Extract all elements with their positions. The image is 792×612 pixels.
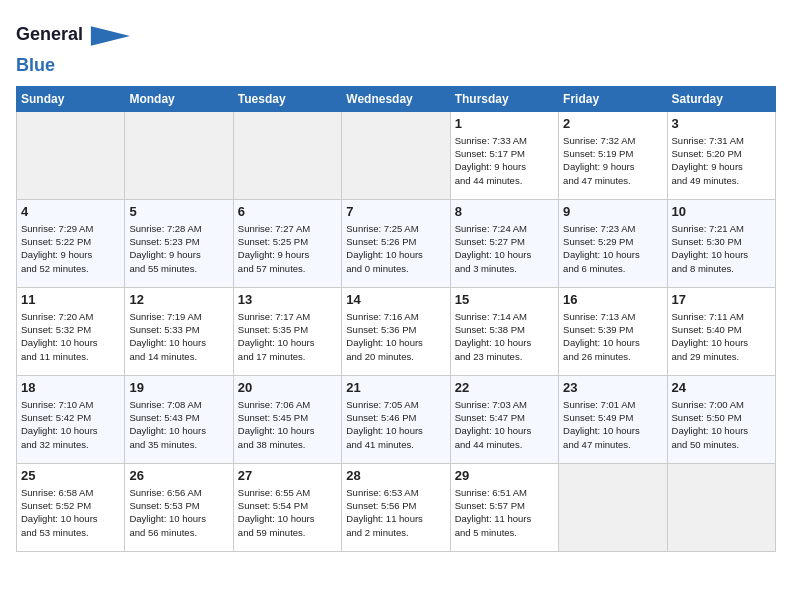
day-number: 29 bbox=[455, 468, 554, 483]
day-number: 5 bbox=[129, 204, 228, 219]
day-number: 9 bbox=[563, 204, 662, 219]
calendar-cell: 22Sunrise: 7:03 AM Sunset: 5:47 PM Dayli… bbox=[450, 375, 558, 463]
calendar-cell: 8Sunrise: 7:24 AM Sunset: 5:27 PM Daylig… bbox=[450, 199, 558, 287]
day-number: 6 bbox=[238, 204, 337, 219]
day-info: Sunrise: 7:10 AM Sunset: 5:42 PM Dayligh… bbox=[21, 398, 120, 451]
calendar-cell: 12Sunrise: 7:19 AM Sunset: 5:33 PM Dayli… bbox=[125, 287, 233, 375]
day-number: 23 bbox=[563, 380, 662, 395]
col-header-saturday: Saturday bbox=[667, 86, 775, 111]
day-info: Sunrise: 7:06 AM Sunset: 5:45 PM Dayligh… bbox=[238, 398, 337, 451]
page-header: GeneralBlue bbox=[16, 16, 776, 76]
day-info: Sunrise: 7:20 AM Sunset: 5:32 PM Dayligh… bbox=[21, 310, 120, 363]
day-number: 18 bbox=[21, 380, 120, 395]
calendar-cell: 20Sunrise: 7:06 AM Sunset: 5:45 PM Dayli… bbox=[233, 375, 341, 463]
calendar-cell: 3Sunrise: 7:31 AM Sunset: 5:20 PM Daylig… bbox=[667, 111, 775, 199]
day-number: 27 bbox=[238, 468, 337, 483]
calendar-cell bbox=[667, 463, 775, 551]
day-number: 17 bbox=[672, 292, 771, 307]
calendar-cell: 4Sunrise: 7:29 AM Sunset: 5:22 PM Daylig… bbox=[17, 199, 125, 287]
day-number: 21 bbox=[346, 380, 445, 395]
calendar-cell: 17Sunrise: 7:11 AM Sunset: 5:40 PM Dayli… bbox=[667, 287, 775, 375]
calendar-cell: 21Sunrise: 7:05 AM Sunset: 5:46 PM Dayli… bbox=[342, 375, 450, 463]
day-number: 25 bbox=[21, 468, 120, 483]
calendar-cell: 7Sunrise: 7:25 AM Sunset: 5:26 PM Daylig… bbox=[342, 199, 450, 287]
day-info: Sunrise: 7:21 AM Sunset: 5:30 PM Dayligh… bbox=[672, 222, 771, 275]
day-info: Sunrise: 6:56 AM Sunset: 5:53 PM Dayligh… bbox=[129, 486, 228, 539]
day-info: Sunrise: 7:00 AM Sunset: 5:50 PM Dayligh… bbox=[672, 398, 771, 451]
day-info: Sunrise: 7:32 AM Sunset: 5:19 PM Dayligh… bbox=[563, 134, 662, 187]
calendar-cell: 18Sunrise: 7:10 AM Sunset: 5:42 PM Dayli… bbox=[17, 375, 125, 463]
day-number: 14 bbox=[346, 292, 445, 307]
day-number: 26 bbox=[129, 468, 228, 483]
day-info: Sunrise: 6:51 AM Sunset: 5:57 PM Dayligh… bbox=[455, 486, 554, 539]
calendar-cell bbox=[17, 111, 125, 199]
day-info: Sunrise: 6:53 AM Sunset: 5:56 PM Dayligh… bbox=[346, 486, 445, 539]
col-header-thursday: Thursday bbox=[450, 86, 558, 111]
day-number: 3 bbox=[672, 116, 771, 131]
calendar-cell: 27Sunrise: 6:55 AM Sunset: 5:54 PM Dayli… bbox=[233, 463, 341, 551]
calendar-cell: 6Sunrise: 7:27 AM Sunset: 5:25 PM Daylig… bbox=[233, 199, 341, 287]
day-info: Sunrise: 7:11 AM Sunset: 5:40 PM Dayligh… bbox=[672, 310, 771, 363]
col-header-tuesday: Tuesday bbox=[233, 86, 341, 111]
week-row-2: 4Sunrise: 7:29 AM Sunset: 5:22 PM Daylig… bbox=[17, 199, 776, 287]
calendar-cell: 26Sunrise: 6:56 AM Sunset: 5:53 PM Dayli… bbox=[125, 463, 233, 551]
calendar-cell: 13Sunrise: 7:17 AM Sunset: 5:35 PM Dayli… bbox=[233, 287, 341, 375]
calendar-cell bbox=[233, 111, 341, 199]
week-row-1: 1Sunrise: 7:33 AM Sunset: 5:17 PM Daylig… bbox=[17, 111, 776, 199]
day-number: 2 bbox=[563, 116, 662, 131]
calendar-cell bbox=[125, 111, 233, 199]
col-header-sunday: Sunday bbox=[17, 86, 125, 111]
calendar-cell: 28Sunrise: 6:53 AM Sunset: 5:56 PM Dayli… bbox=[342, 463, 450, 551]
day-number: 22 bbox=[455, 380, 554, 395]
day-info: Sunrise: 7:25 AM Sunset: 5:26 PM Dayligh… bbox=[346, 222, 445, 275]
day-info: Sunrise: 7:27 AM Sunset: 5:25 PM Dayligh… bbox=[238, 222, 337, 275]
day-number: 4 bbox=[21, 204, 120, 219]
day-info: Sunrise: 7:17 AM Sunset: 5:35 PM Dayligh… bbox=[238, 310, 337, 363]
calendar-table: SundayMondayTuesdayWednesdayThursdayFrid… bbox=[16, 86, 776, 552]
day-info: Sunrise: 7:08 AM Sunset: 5:43 PM Dayligh… bbox=[129, 398, 228, 451]
logo: GeneralBlue bbox=[16, 16, 130, 76]
day-info: Sunrise: 7:33 AM Sunset: 5:17 PM Dayligh… bbox=[455, 134, 554, 187]
calendar-cell: 2Sunrise: 7:32 AM Sunset: 5:19 PM Daylig… bbox=[559, 111, 667, 199]
day-number: 16 bbox=[563, 292, 662, 307]
day-number: 1 bbox=[455, 116, 554, 131]
day-info: Sunrise: 7:24 AM Sunset: 5:27 PM Dayligh… bbox=[455, 222, 554, 275]
day-number: 24 bbox=[672, 380, 771, 395]
day-info: Sunrise: 7:14 AM Sunset: 5:38 PM Dayligh… bbox=[455, 310, 554, 363]
day-number: 10 bbox=[672, 204, 771, 219]
day-info: Sunrise: 7:16 AM Sunset: 5:36 PM Dayligh… bbox=[346, 310, 445, 363]
day-info: Sunrise: 6:58 AM Sunset: 5:52 PM Dayligh… bbox=[21, 486, 120, 539]
day-info: Sunrise: 7:19 AM Sunset: 5:33 PM Dayligh… bbox=[129, 310, 228, 363]
day-number: 8 bbox=[455, 204, 554, 219]
calendar-cell bbox=[559, 463, 667, 551]
day-number: 12 bbox=[129, 292, 228, 307]
day-info: Sunrise: 7:13 AM Sunset: 5:39 PM Dayligh… bbox=[563, 310, 662, 363]
svg-marker-0 bbox=[91, 26, 130, 46]
calendar-cell: 5Sunrise: 7:28 AM Sunset: 5:23 PM Daylig… bbox=[125, 199, 233, 287]
day-number: 11 bbox=[21, 292, 120, 307]
calendar-cell: 29Sunrise: 6:51 AM Sunset: 5:57 PM Dayli… bbox=[450, 463, 558, 551]
calendar-cell: 23Sunrise: 7:01 AM Sunset: 5:49 PM Dayli… bbox=[559, 375, 667, 463]
calendar-cell: 25Sunrise: 6:58 AM Sunset: 5:52 PM Dayli… bbox=[17, 463, 125, 551]
header-row: SundayMondayTuesdayWednesdayThursdayFrid… bbox=[17, 86, 776, 111]
calendar-cell: 1Sunrise: 7:33 AM Sunset: 5:17 PM Daylig… bbox=[450, 111, 558, 199]
col-header-wednesday: Wednesday bbox=[342, 86, 450, 111]
week-row-4: 18Sunrise: 7:10 AM Sunset: 5:42 PM Dayli… bbox=[17, 375, 776, 463]
calendar-cell: 11Sunrise: 7:20 AM Sunset: 5:32 PM Dayli… bbox=[17, 287, 125, 375]
day-number: 19 bbox=[129, 380, 228, 395]
day-info: Sunrise: 7:28 AM Sunset: 5:23 PM Dayligh… bbox=[129, 222, 228, 275]
day-info: Sunrise: 6:55 AM Sunset: 5:54 PM Dayligh… bbox=[238, 486, 337, 539]
day-info: Sunrise: 7:31 AM Sunset: 5:20 PM Dayligh… bbox=[672, 134, 771, 187]
day-info: Sunrise: 7:03 AM Sunset: 5:47 PM Dayligh… bbox=[455, 398, 554, 451]
calendar-cell: 15Sunrise: 7:14 AM Sunset: 5:38 PM Dayli… bbox=[450, 287, 558, 375]
day-info: Sunrise: 7:01 AM Sunset: 5:49 PM Dayligh… bbox=[563, 398, 662, 451]
calendar-cell: 14Sunrise: 7:16 AM Sunset: 5:36 PM Dayli… bbox=[342, 287, 450, 375]
day-info: Sunrise: 7:05 AM Sunset: 5:46 PM Dayligh… bbox=[346, 398, 445, 451]
calendar-cell: 19Sunrise: 7:08 AM Sunset: 5:43 PM Dayli… bbox=[125, 375, 233, 463]
calendar-cell: 16Sunrise: 7:13 AM Sunset: 5:39 PM Dayli… bbox=[559, 287, 667, 375]
day-number: 28 bbox=[346, 468, 445, 483]
calendar-cell: 9Sunrise: 7:23 AM Sunset: 5:29 PM Daylig… bbox=[559, 199, 667, 287]
day-number: 7 bbox=[346, 204, 445, 219]
day-number: 20 bbox=[238, 380, 337, 395]
day-number: 13 bbox=[238, 292, 337, 307]
